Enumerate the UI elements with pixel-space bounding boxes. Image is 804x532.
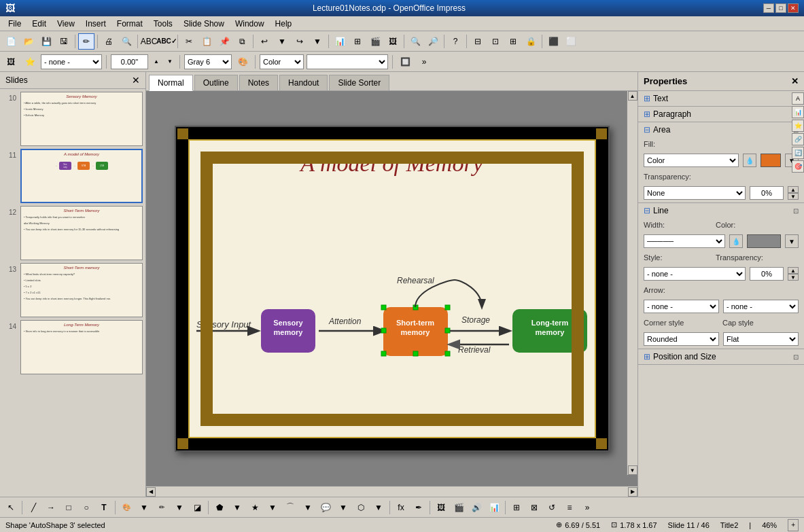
zoom-button[interactable]: 🔍: [407, 33, 423, 50]
undo-dropdown[interactable]: ▼: [274, 33, 290, 50]
arrow-to-select[interactable]: - none -: [723, 300, 799, 313]
redo-button[interactable]: ↪: [292, 33, 308, 50]
draw-fn-btn[interactable]: fx: [393, 499, 409, 516]
properties-close-icon[interactable]: ✕: [791, 76, 799, 86]
shadow-btn[interactable]: 🔲: [397, 54, 413, 70]
area-section-header[interactable]: ⊟ Area ⊡: [638, 122, 804, 137]
hscroll-left-btn[interactable]: ◀: [146, 487, 156, 497]
line-style-select[interactable]: - none -: [644, 267, 746, 281]
open-button[interactable]: 📂: [20, 33, 37, 50]
props-icon1[interactable]: A: [792, 92, 804, 105]
hscrollbar[interactable]: ◀ ▶: [146, 486, 637, 497]
insert-sound-btn[interactable]: 🔊: [468, 499, 485, 516]
select-btn[interactable]: ↖: [3, 499, 19, 516]
vscroll-down-btn[interactable]: ▼: [628, 465, 637, 475]
nav1-button[interactable]: ⊟: [470, 33, 486, 50]
line-dropdown-btn[interactable]: ▼: [171, 499, 188, 516]
vscroll-up-btn[interactable]: ▲: [628, 91, 637, 101]
arrow-draw-btn[interactable]: →: [43, 499, 59, 516]
text-section-header[interactable]: ⊞ Text ⊡: [638, 91, 804, 106]
callout-btn[interactable]: 💬: [317, 499, 334, 516]
shapes-btn[interactable]: ⬟: [211, 499, 228, 516]
fill-color-btn[interactable]: 🎨: [118, 499, 135, 516]
props-icon5[interactable]: 🔄: [792, 147, 804, 159]
extra1-button[interactable]: ⬛: [545, 33, 561, 50]
transparency-value-input[interactable]: [750, 186, 784, 200]
clone-button[interactable]: ⧉: [234, 33, 250, 50]
close-button[interactable]: ✕: [788, 3, 799, 13]
print-button[interactable]: 🖨: [101, 33, 117, 50]
tb2-btn1[interactable]: 🖼: [3, 54, 19, 70]
zoom-btn[interactable]: +: [788, 519, 799, 531]
insert-movie-btn[interactable]: 🎬: [451, 499, 467, 516]
minimize-button[interactable]: ─: [763, 3, 774, 13]
text-btn[interactable]: T: [96, 499, 112, 516]
align-btn[interactable]: ≡: [561, 499, 578, 516]
arrow-from-select[interactable]: - none -: [644, 300, 719, 313]
menu-format[interactable]: Format: [111, 18, 148, 30]
table-button[interactable]: ⊞: [349, 33, 366, 50]
angle-up[interactable]: ▲: [151, 54, 162, 70]
tab-handout[interactable]: Handout: [279, 75, 328, 90]
transparency-down-btn[interactable]: ▼: [788, 193, 799, 200]
line-color-dropdown[interactable]: ▼: [785, 234, 799, 248]
slides-close-icon[interactable]: ✕: [132, 75, 140, 86]
new-button[interactable]: 📄: [3, 33, 19, 50]
maximize-button[interactable]: □: [775, 3, 786, 13]
nav4-button[interactable]: 🔒: [523, 33, 539, 50]
color-picker-btn[interactable]: 🎨: [234, 54, 251, 70]
fill-dropdown-btn[interactable]: ▼: [136, 499, 152, 516]
callout-dropdown[interactable]: ▼: [335, 499, 351, 516]
vscrollbar[interactable]: ▲ ▼: [627, 91, 637, 475]
gallery-button[interactable]: 🖼: [385, 33, 401, 50]
tab-normal[interactable]: Normal: [149, 75, 193, 91]
menu-window[interactable]: Window: [230, 18, 270, 30]
tab-slide-sorter[interactable]: Slide Sorter: [329, 75, 389, 90]
shapes-dropdown[interactable]: ▼: [229, 499, 245, 516]
transparency-type-select[interactable]: None: [644, 186, 746, 200]
menu-slideshow[interactable]: Slide Show: [178, 18, 230, 30]
position-size-header[interactable]: ⊞ Position and Size ⊡: [638, 349, 804, 364]
paragraph-section-header[interactable]: ⊞ Paragraph ⊡: [638, 107, 804, 122]
angle-down[interactable]: ▼: [164, 54, 175, 70]
slide-preview-12[interactable]: Short-Term Memory • Temporarily holds in…: [20, 206, 143, 260]
slides-list[interactable]: 10 Sensory Memory • After a while, the i…: [0, 89, 145, 497]
chart-button[interactable]: 📊: [332, 33, 348, 50]
line-section-header[interactable]: ⊟ Line ⊡: [638, 203, 804, 218]
slide-thumb-11[interactable]: 11 A model of Memory → Sensory → STM → L…: [3, 149, 143, 203]
more-btn[interactable]: »: [579, 499, 595, 516]
slide-thumb-13[interactable]: 13 Short-Term memory • What limits short…: [3, 263, 143, 317]
connectors-btn[interactable]: ⌒: [282, 499, 298, 516]
menu-help[interactable]: Help: [270, 18, 298, 30]
line-trans-up-btn[interactable]: ▲: [788, 267, 799, 274]
insert-chart-btn[interactable]: 📊: [486, 499, 502, 516]
slide-thumb-12[interactable]: 12 Short-Term Memory • Temporarily holds…: [3, 206, 143, 260]
line-draw-btn[interactable]: ╱: [25, 499, 41, 516]
flowchart-dropdown[interactable]: ▼: [370, 499, 387, 516]
color-name-select[interactable]: Gray 6: [184, 54, 232, 69]
slide-preview-14[interactable]: Long-Term Memory • Store info in long-te…: [20, 320, 143, 374]
stars-btn[interactable]: ★: [247, 499, 263, 516]
menu-view[interactable]: View: [52, 18, 80, 30]
flowchart-btn[interactable]: ⬡: [353, 499, 369, 516]
extra-btn[interactable]: »: [416, 54, 432, 70]
corner-style-select[interactable]: Rounded: [644, 332, 719, 346]
rect-btn[interactable]: □: [60, 499, 77, 516]
redo-dropdown[interactable]: ▼: [309, 33, 326, 50]
autocorrect-button[interactable]: ABC✓: [158, 33, 175, 50]
line-color-dropper[interactable]: 💧: [729, 234, 743, 248]
fill-mode-select[interactable]: Color: [260, 54, 304, 69]
ellipse-btn[interactable]: ○: [78, 499, 94, 516]
insert-img-btn[interactable]: 🖼: [433, 499, 449, 516]
fill-color-select[interactable]: [307, 54, 388, 69]
paste-button[interactable]: 📌: [216, 33, 232, 50]
menu-file[interactable]: File: [3, 18, 27, 30]
save-remote-button[interactable]: 🖫: [56, 33, 72, 50]
fill-dropper-btn[interactable]: 💧: [743, 154, 756, 167]
props-icon6[interactable]: 🎯: [792, 160, 804, 173]
slide-preview-10[interactable]: Sensory Memory • After a while, the info…: [20, 92, 143, 146]
line-section-icon[interactable]: ⊡: [793, 207, 799, 215]
slide-preview-13[interactable]: Short-Term memory • What limits short-te…: [20, 263, 143, 317]
print-preview-button[interactable]: 🔍: [118, 33, 135, 50]
props-icon2[interactable]: 📊: [792, 106, 804, 118]
